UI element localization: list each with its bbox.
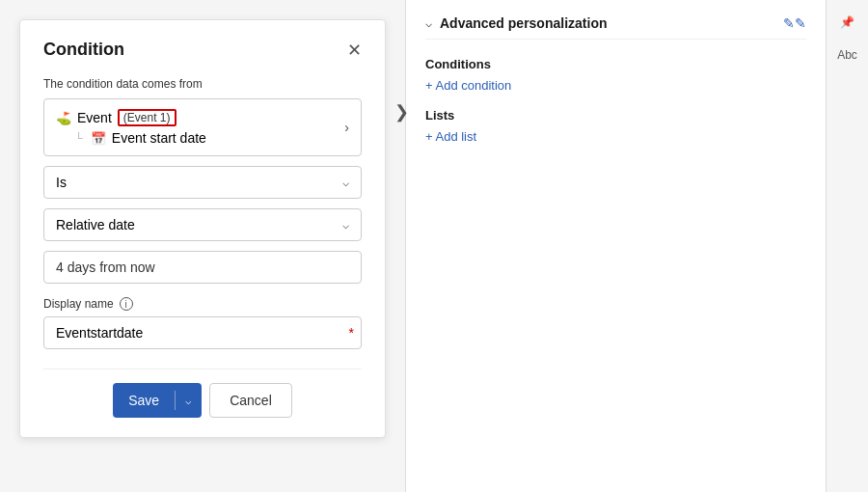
- pin-button[interactable]: 📌: [831, 8, 864, 37]
- display-name-label-text: Display name: [43, 297, 114, 311]
- display-name-label-row: Display name i: [43, 297, 362, 311]
- is-dropdown[interactable]: Is ⌵: [43, 166, 362, 199]
- modal-header: Condition ✕: [43, 40, 362, 60]
- panel-arrow-icon: ❯: [394, 101, 409, 123]
- add-condition-link[interactable]: + Add condition: [425, 78, 511, 93]
- right-panel-inner: ⌵ Advanced personalization ✎✎ Conditions…: [406, 0, 826, 492]
- is-dropdown-chevron-icon: ⌵: [342, 176, 349, 189]
- data-source-content: ⛳ Event (Event 1) └ 📅 Event start date: [56, 109, 206, 146]
- advanced-chevron-icon[interactable]: ⌵: [425, 16, 432, 30]
- info-icon[interactable]: i: [120, 297, 133, 311]
- chevron-right-icon[interactable]: ›: [344, 120, 349, 135]
- conditions-title: Conditions: [425, 57, 806, 71]
- text-icon: Abc: [837, 48, 857, 62]
- advanced-section: ⌵ Advanced personalization ✎✎: [425, 15, 806, 40]
- event-sub-label: Event start date: [112, 130, 206, 146]
- modal-overlay: Condition ✕ The condition data comes fro…: [0, 0, 405, 492]
- event-row: ⛳ Event (Event 1): [56, 109, 206, 126]
- right-panel: ❯ ⌵ Advanced personalization ✎✎ Conditio…: [405, 0, 826, 492]
- event-badge: (Event 1): [118, 109, 176, 126]
- relative-date-label: Relative date: [56, 217, 135, 232]
- add-list-link[interactable]: + Add list: [425, 129, 476, 144]
- calendar-icon: ⛳: [56, 111, 71, 125]
- event-icon: 📅: [91, 131, 106, 146]
- save-chevron-icon[interactable]: ⌵: [176, 395, 202, 407]
- modal-footer: Save ⌵ Cancel: [43, 369, 362, 418]
- save-label: Save: [113, 393, 175, 408]
- required-star: *: [349, 325, 354, 341]
- toolbar: 📌 Abc: [826, 0, 868, 492]
- condition-modal: Condition ✕ The condition data comes fro…: [19, 19, 386, 438]
- lists-title: Lists: [425, 108, 806, 123]
- days-value-box: 4 days from now: [43, 251, 362, 284]
- close-button[interactable]: ✕: [347, 41, 362, 59]
- pin-icon: 📌: [840, 15, 854, 29]
- event-sub-row: └ 📅 Event start date: [75, 130, 206, 146]
- advanced-title: Advanced personalization: [440, 15, 775, 31]
- event-label: Event: [77, 110, 112, 125]
- modal-title: Condition: [43, 40, 124, 60]
- cancel-button[interactable]: Cancel: [209, 383, 292, 418]
- save-button[interactable]: Save ⌵: [113, 383, 202, 418]
- relative-date-chevron-icon: ⌵: [342, 218, 349, 232]
- tree-indent-icon: └: [75, 132, 83, 144]
- data-source-box: ⛳ Event (Event 1) └ 📅 Event start date ›: [43, 98, 362, 156]
- data-source-label: The condition data comes from: [43, 77, 362, 91]
- display-name-input-wrap: *: [43, 316, 362, 349]
- display-name-input[interactable]: [43, 316, 362, 349]
- relative-date-dropdown[interactable]: Relative date ⌵: [43, 208, 362, 241]
- days-value: 4 days from now: [56, 260, 155, 275]
- is-dropdown-label: Is: [56, 175, 67, 190]
- text-button[interactable]: Abc: [831, 41, 864, 69]
- edit-icon[interactable]: ✎✎: [783, 15, 806, 31]
